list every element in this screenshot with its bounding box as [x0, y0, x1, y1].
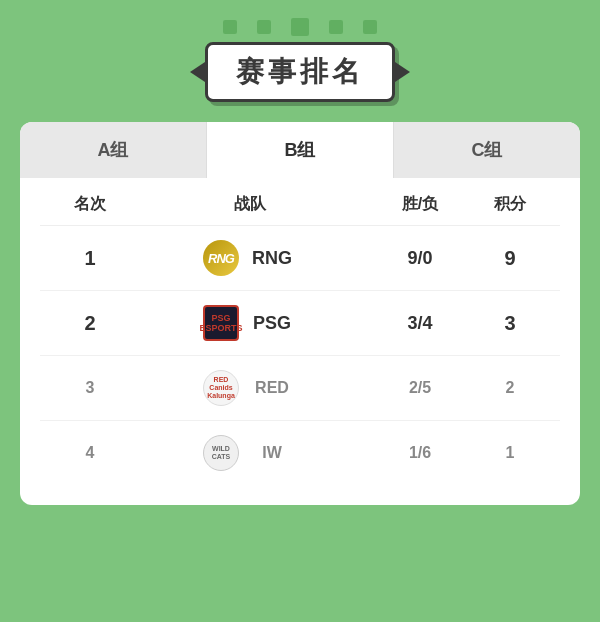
- rank-3: 3: [50, 379, 130, 397]
- tab-bar: A组 B组 C组: [20, 122, 580, 178]
- score-red: 2: [470, 379, 550, 397]
- page-background: 赛事排名 A组 B组 C组 名次 战队 胜/负 积分: [0, 0, 600, 622]
- record-iw: 1/6: [370, 444, 470, 462]
- score-rng: 9: [470, 247, 550, 270]
- table-row: 3 REDCanidsKalunga RED 2/5 2: [40, 356, 560, 421]
- dot-2: [257, 20, 271, 34]
- rank-1: 1: [50, 247, 130, 270]
- page-title: 赛事排名: [236, 56, 364, 87]
- table-row: 2 PSGESPORTS PSG 3/4 3: [40, 291, 560, 356]
- record-red: 2/5: [370, 379, 470, 397]
- tab-c[interactable]: C组: [394, 122, 580, 178]
- standings-table: 名次 战队 胜/负 积分 1 RNG RNG 9/0 9 2 PSGESPORT…: [20, 178, 580, 485]
- tab-a[interactable]: A组: [20, 122, 207, 178]
- team-name-rng: RNG: [247, 248, 297, 269]
- main-card: A组 B组 C组 名次 战队 胜/负 积分 1 RNG: [20, 122, 580, 505]
- score-psg: 3: [470, 312, 550, 335]
- team-name-psg: PSG: [247, 313, 297, 334]
- table-row: 1 RNG RNG 9/0 9: [40, 226, 560, 291]
- team-cell-psg: PSGESPORTS PSG: [130, 305, 370, 341]
- dot-5: [363, 20, 377, 34]
- team-cell-rng: RNG RNG: [130, 240, 370, 276]
- rank-4: 4: [50, 444, 130, 462]
- record-psg: 3/4: [370, 313, 470, 334]
- header-score: 积分: [470, 194, 550, 215]
- record-rng: 9/0: [370, 248, 470, 269]
- psg-logo-icon: PSGESPORTS: [203, 305, 239, 341]
- title-banner: 赛事排名: [205, 42, 395, 102]
- rank-2: 2: [50, 312, 130, 335]
- dot-3: [291, 18, 309, 36]
- tab-b[interactable]: B组: [207, 122, 394, 178]
- table-header-row: 名次 战队 胜/负 积分: [40, 178, 560, 226]
- dot-1: [223, 20, 237, 34]
- team-name-iw: IW: [247, 444, 297, 462]
- team-name-red: RED: [247, 379, 297, 397]
- header-rank: 名次: [50, 194, 130, 215]
- team-cell-iw: WILDCATS IW: [130, 435, 370, 471]
- iw-logo-icon: WILDCATS: [203, 435, 239, 471]
- header-record: 胜/负: [370, 194, 470, 215]
- dot-4: [329, 20, 343, 34]
- score-iw: 1: [470, 444, 550, 462]
- header-team: 战队: [130, 194, 370, 215]
- red-logo-icon: REDCanidsKalunga: [203, 370, 239, 406]
- rng-logo-icon: RNG: [203, 240, 239, 276]
- table-row: 4 WILDCATS IW 1/6 1: [40, 421, 560, 485]
- team-cell-red: REDCanidsKalunga RED: [130, 370, 370, 406]
- decorative-dots: [223, 18, 377, 36]
